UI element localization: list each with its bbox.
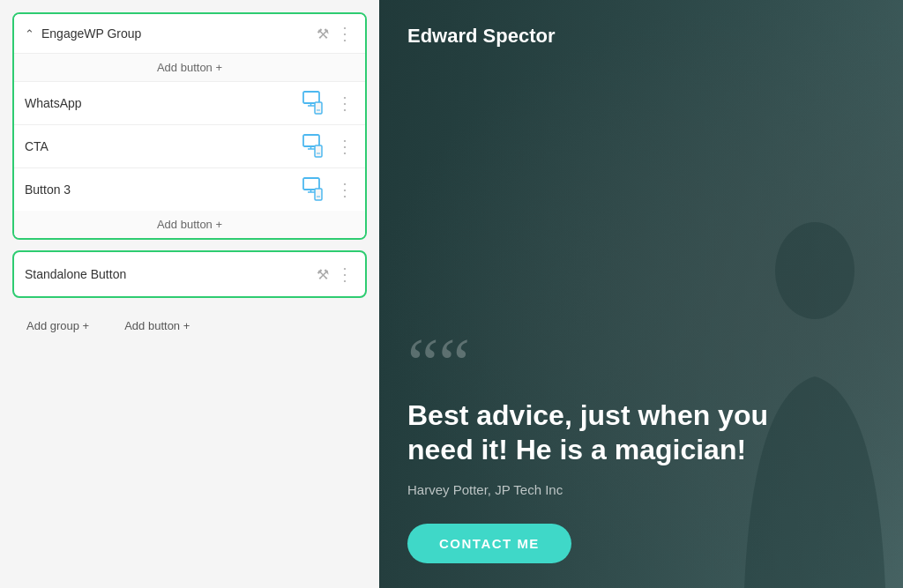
collapse-chevron[interactable]: ⌃	[25, 27, 34, 41]
cta-menu-dots[interactable]: ⋮	[336, 136, 354, 157]
wrench-icon[interactable]: ⚒	[317, 26, 329, 42]
right-panel: Edward Spector ““ Best advice, just when…	[379, 0, 903, 588]
quote-author: Harvey Potter, JP Tech Inc	[407, 482, 875, 497]
button3-item: Button 3 ⋮	[14, 167, 365, 211]
group-header: ⌃ EngageWP Group ⚒ ⋮	[14, 14, 365, 54]
whatsapp-label: WhatsApp	[25, 96, 295, 110]
add-button-bottom-row: Add button +	[14, 211, 365, 238]
whatsapp-menu-dots[interactable]: ⋮	[336, 93, 354, 114]
device-icon-whatsapp	[302, 91, 324, 115]
standalone-wrench-icon[interactable]: ⚒	[317, 266, 329, 283]
standalone-card: Standalone Button ⚒ ⋮	[12, 250, 367, 298]
add-button-top-row: Add button +	[14, 54, 365, 81]
svg-rect-10	[315, 145, 322, 157]
contact-button[interactable]: CONTACT ME	[407, 524, 571, 563]
add-button-top[interactable]: Add button +	[157, 61, 222, 74]
bottom-actions: Add group + Add button +	[12, 312, 367, 339]
button3-label: Button 3	[25, 182, 295, 197]
svg-point-18	[775, 222, 854, 319]
cta-item: CTA ⋮	[14, 124, 365, 167]
button3-menu-dots[interactable]: ⋮	[336, 179, 354, 200]
device-icon-button3	[302, 177, 324, 202]
standalone-menu-dots[interactable]: ⋮	[336, 264, 354, 285]
svg-rect-16	[315, 189, 322, 200]
add-button-global[interactable]: Add button +	[124, 319, 190, 332]
svg-rect-4	[315, 102, 322, 114]
whatsapp-item: WhatsApp ⋮	[14, 81, 365, 124]
group-menu-dots[interactable]: ⋮	[336, 23, 354, 44]
standalone-label: Standalone Button	[25, 267, 310, 281]
add-group-button[interactable]: Add group +	[26, 319, 89, 332]
svg-rect-12	[303, 178, 319, 190]
group-name: EngageWP Group	[41, 26, 310, 41]
device-icon-cta	[302, 134, 324, 159]
svg-rect-6	[303, 135, 319, 146]
add-button-bottom[interactable]: Add button +	[157, 218, 222, 231]
cta-label: CTA	[25, 139, 295, 153]
quote-text: Best advice, just when you need it! He i…	[407, 398, 831, 466]
quote-mark: ““	[407, 339, 875, 388]
svg-rect-0	[303, 92, 319, 103]
person-name: Edward Spector	[407, 25, 875, 48]
group-card: ⌃ EngageWP Group ⚒ ⋮ Add button + WhatsA…	[12, 12, 367, 240]
standalone-header: Standalone Button ⚒ ⋮	[14, 252, 365, 296]
left-panel: ⌃ EngageWP Group ⚒ ⋮ Add button + WhatsA…	[0, 0, 379, 588]
